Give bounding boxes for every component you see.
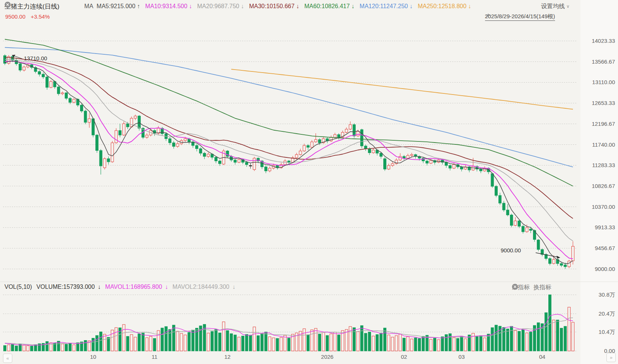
volume-bar: [234, 335, 237, 351]
vol-indicator-label: VOL(5,10): [4, 284, 32, 290]
ma-legend-item: MA60:10826.417 ↓: [304, 3, 354, 10]
volume-bar: [445, 335, 447, 351]
volume-bar: [330, 334, 332, 351]
volume-bar: [552, 320, 555, 351]
candle-body: [19, 64, 22, 70]
volume-bar: [322, 332, 325, 351]
volume-bar: [303, 329, 305, 351]
candle-body: [453, 165, 455, 168]
volume-bar: [418, 339, 421, 351]
volume-bar: [384, 328, 386, 351]
candle-body: [564, 265, 567, 267]
candle-body: [196, 146, 198, 149]
volume-bar: [15, 346, 18, 351]
volume-bar: [172, 325, 175, 351]
mavol1-value: MAVOL1:168965.800: [105, 284, 162, 290]
volume-bar: [26, 346, 29, 351]
candle-body: [560, 264, 563, 265]
volume-bar: [288, 338, 290, 351]
volume-bar: [11, 344, 14, 351]
candle-body: [299, 151, 302, 155]
candle-body: [349, 125, 352, 129]
volume-bar: [46, 342, 48, 351]
candle-body: [353, 125, 355, 136]
pan-right-button[interactable]: »: [606, 353, 616, 362]
volume-bar: [403, 338, 405, 351]
volume-bar: [464, 339, 467, 351]
volume-value: VOLUME:157393.000: [37, 284, 95, 290]
candle-body: [119, 131, 121, 135]
candle-body: [199, 149, 202, 153]
visible-date-range[interactable]: 2025/8/29-2026/4/15(149根): [485, 13, 555, 21]
price-axis-label: 11740.00: [581, 141, 615, 148]
volume-bar: [222, 322, 225, 351]
volume-bar: [31, 346, 33, 351]
volume-bar: [503, 328, 505, 351]
volume-bar: [211, 332, 213, 351]
candle-body: [318, 140, 321, 143]
volume-bar: [361, 326, 363, 351]
volume-bar: [518, 331, 520, 351]
volume-bar: [326, 335, 329, 351]
volume-bar: [514, 331, 517, 351]
volume-bar: [510, 326, 513, 351]
volume-bar: [245, 334, 248, 351]
candle-body: [537, 240, 540, 250]
switch-indicator-button[interactable]: 换指标: [533, 284, 551, 291]
candle-body: [123, 124, 125, 135]
high-price-annotation: 13710.00: [24, 55, 47, 61]
candle-body: [138, 116, 140, 128]
date-range-row: 2025/8/29-2026/4/15(149根): [485, 13, 563, 21]
candle-body: [38, 71, 41, 74]
candle-body: [384, 159, 386, 169]
volume-bar: [441, 337, 444, 351]
volume-bar: [422, 336, 425, 351]
volume-bar: [65, 344, 67, 351]
candle-body: [307, 146, 310, 147]
candle-body: [238, 160, 240, 162]
volume-bar: [157, 331, 160, 351]
candlestick-chart[interactable]: [0, 0, 618, 364]
last-price: 9500.00: [5, 13, 25, 20]
ma-settings-label: 设置均线: [541, 3, 565, 10]
volume-bar: [34, 345, 37, 351]
candle-body: [215, 157, 217, 161]
ma-settings-button[interactable]: 设置均线 ∨: [541, 3, 570, 10]
candle-body: [356, 131, 359, 136]
volume-bar: [191, 330, 194, 351]
volume-bar: [249, 335, 252, 351]
candle-body: [330, 137, 332, 141]
volume-bar: [472, 333, 475, 351]
volume-header: VOL(5,10) VOLUME:157393.000 ↓ MAVOL1:168…: [4, 284, 235, 290]
ma-legend-item: MA10:9314.500 ↓: [145, 3, 192, 10]
candle-body: [234, 160, 237, 162]
candle-body: [57, 87, 60, 94]
volume-bar: [337, 335, 340, 351]
volume-bar: [456, 338, 459, 351]
close-icon[interactable]: [73, 3, 81, 10]
ma-legend-item: MA120:11247.250 ↓: [359, 3, 412, 10]
candle-body: [399, 156, 402, 160]
candle-body: [426, 161, 428, 163]
volume-bar: [314, 328, 317, 351]
volume-bar: [437, 340, 440, 351]
candle-body: [80, 105, 83, 111]
price-axis-label: 12196.67: [581, 121, 615, 127]
candle-body: [499, 195, 501, 203]
volume-settings-icon[interactable]: [555, 284, 562, 291]
volume-bar: [568, 307, 570, 351]
ma-legend-item: MA250:12518.800 ↓: [418, 3, 471, 10]
candle-body: [295, 154, 298, 158]
volume-bar: [180, 333, 183, 351]
pan-left-button[interactable]: «: [3, 354, 12, 363]
candle-body: [264, 167, 267, 171]
volume-close-icon[interactable]: [566, 284, 574, 291]
volume-bar: [107, 337, 110, 351]
volume-bar: [69, 343, 72, 351]
volume-bar: [571, 322, 574, 351]
volume-bar: [241, 336, 244, 351]
pin-icon[interactable]: [557, 14, 563, 20]
volume-bar: [353, 328, 355, 351]
settings-icon[interactable]: [63, 3, 70, 10]
volume-bar: [4, 345, 6, 351]
